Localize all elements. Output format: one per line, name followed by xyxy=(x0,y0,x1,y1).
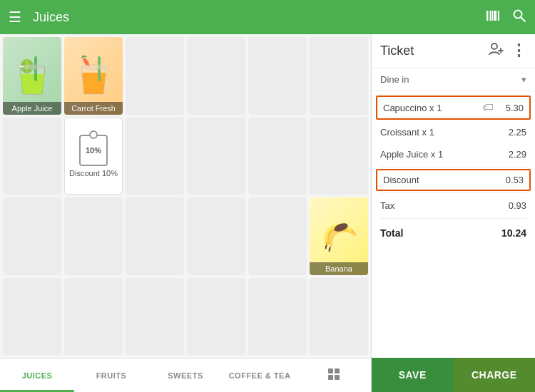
header-title: Juices xyxy=(33,10,485,25)
empty-cell xyxy=(310,278,368,356)
empty-cell xyxy=(187,197,245,275)
ticket-header-icons: ⋮ xyxy=(488,41,526,61)
nav-sweets-label: SWEETS xyxy=(168,371,203,380)
ticket-header: Ticket ⋮ xyxy=(372,34,535,68)
nav-fruits-label: FRUITS xyxy=(96,371,127,380)
discount-amount: 0.53 xyxy=(498,175,524,185)
nav-juices[interactable]: JUICES xyxy=(0,359,74,392)
add-person-icon[interactable] xyxy=(488,41,504,61)
ticket-item-apple-juice[interactable]: Apple Juice x 1 2.29 xyxy=(372,143,535,165)
product-apple-juice[interactable]: Apple Juice xyxy=(3,37,61,115)
menu-icon[interactable]: ☰ xyxy=(9,9,21,26)
discount-label: Discount xyxy=(383,175,498,185)
empty-cell xyxy=(126,37,184,115)
svg-rect-6 xyxy=(498,11,499,21)
ticket-item-capuccino[interactable]: Capuccino x 1 🏷 5.30 xyxy=(376,96,531,120)
apple-juice-ticket-price: 2.29 xyxy=(501,149,526,160)
nav-grid[interactable] xyxy=(297,359,371,392)
empty-cell xyxy=(248,278,307,356)
nav-coffee-tea-label: COFFEE & TEA xyxy=(229,371,291,380)
ticket-actions: SAVE CHARGE xyxy=(372,358,535,392)
svg-line-8 xyxy=(521,17,526,21)
total-label: Total xyxy=(380,227,403,239)
empty-cell xyxy=(3,197,61,275)
svg-rect-17 xyxy=(328,375,333,380)
grid-icon xyxy=(327,367,341,384)
empty-cell xyxy=(3,118,61,195)
product-carrot-fresh[interactable]: Carrot Fresh xyxy=(64,37,123,115)
empty-cell xyxy=(248,37,307,115)
discount-tag: 10% xyxy=(79,135,108,166)
svg-rect-4 xyxy=(494,11,496,21)
empty-cell xyxy=(126,197,184,275)
tax-label: Tax xyxy=(380,200,501,211)
save-button[interactable]: SAVE xyxy=(372,358,454,392)
svg-rect-0 xyxy=(486,11,488,21)
ticket-items-list: Capuccino x 1 🏷 5.30 Croissant x 1 2.25 … xyxy=(372,91,535,358)
empty-cell xyxy=(3,278,61,356)
more-options-icon[interactable]: ⋮ xyxy=(511,41,526,61)
ticket-title: Ticket xyxy=(380,43,488,58)
apple-juice-label: Apple Juice xyxy=(3,102,61,115)
barcode-icon[interactable] xyxy=(485,8,501,27)
nav-juices-label: JUICES xyxy=(22,371,53,380)
product-grid: Apple Juice xyxy=(0,34,371,358)
svg-rect-1 xyxy=(489,11,489,21)
croissant-price: 2.25 xyxy=(501,127,526,138)
capuccino-price: 5.30 xyxy=(498,103,524,113)
tag-icon: 🏷 xyxy=(482,101,494,114)
croissant-name: Croissant x 1 xyxy=(380,127,501,138)
discount-tag-text: 10% xyxy=(86,146,101,155)
divider xyxy=(380,167,526,167)
carrot-fresh-label: Carrot Fresh xyxy=(64,102,123,115)
ticket-total: Total 10.24 xyxy=(372,220,535,246)
nav-fruits[interactable]: FRUITS xyxy=(74,359,148,392)
svg-point-11 xyxy=(20,65,45,69)
ticket-discount[interactable]: Discount 0.53 xyxy=(376,169,531,191)
product-panel: Apple Juice xyxy=(0,34,371,392)
dine-in-arrow: ▾ xyxy=(521,74,526,85)
product-banana[interactable]: Banana xyxy=(310,197,368,275)
empty-cell xyxy=(248,197,307,275)
empty-cell xyxy=(187,118,245,195)
nav-coffee-tea[interactable]: COFFEE & TEA xyxy=(223,359,297,392)
svg-rect-16 xyxy=(335,368,340,373)
total-amount: 10.24 xyxy=(501,227,526,239)
svg-point-19 xyxy=(491,43,497,49)
empty-cell xyxy=(310,118,368,195)
apple-juice-ticket-name: Apple Juice x 1 xyxy=(380,149,501,160)
svg-rect-18 xyxy=(335,375,340,380)
tax-amount: 0.93 xyxy=(501,200,526,211)
search-icon[interactable] xyxy=(512,9,526,26)
svg-rect-3 xyxy=(492,11,493,21)
empty-cell xyxy=(126,278,184,356)
empty-cell xyxy=(248,118,307,195)
product-discount[interactable]: 10% Discount 10% xyxy=(64,118,123,195)
bottom-navigation: JUICES FRUITS SWEETS COFFEE & TEA xyxy=(0,358,371,392)
dine-in-label: Dine in xyxy=(380,74,409,85)
banana-label: Banana xyxy=(310,262,368,275)
empty-cell xyxy=(126,118,184,195)
divider xyxy=(380,192,526,193)
ticket-tax: Tax 0.93 xyxy=(372,195,535,217)
nav-sweets[interactable]: SWEETS xyxy=(148,359,223,392)
header-actions xyxy=(485,8,526,27)
divider xyxy=(380,218,526,219)
svg-point-13 xyxy=(81,65,106,69)
app-header: ☰ Juices xyxy=(0,0,535,34)
ticket-panel: Ticket ⋮ Dine in ▾ Capuccino xyxy=(371,34,535,392)
empty-cell xyxy=(64,197,123,275)
empty-cell xyxy=(310,37,368,115)
main-content: Apple Juice xyxy=(0,34,535,392)
empty-cell xyxy=(187,37,245,115)
svg-rect-5 xyxy=(496,11,497,21)
empty-cell xyxy=(64,278,123,356)
dine-in-selector[interactable]: Dine in ▾ xyxy=(372,68,535,91)
charge-button[interactable]: CHARGE xyxy=(454,358,536,392)
ticket-item-croissant[interactable]: Croissant x 1 2.25 xyxy=(372,121,535,143)
svg-rect-2 xyxy=(490,11,491,21)
svg-rect-15 xyxy=(328,368,333,373)
capuccino-name: Capuccino x 1 xyxy=(383,103,482,113)
discount-product-label: Discount 10% xyxy=(69,169,118,177)
empty-cell xyxy=(187,278,245,356)
